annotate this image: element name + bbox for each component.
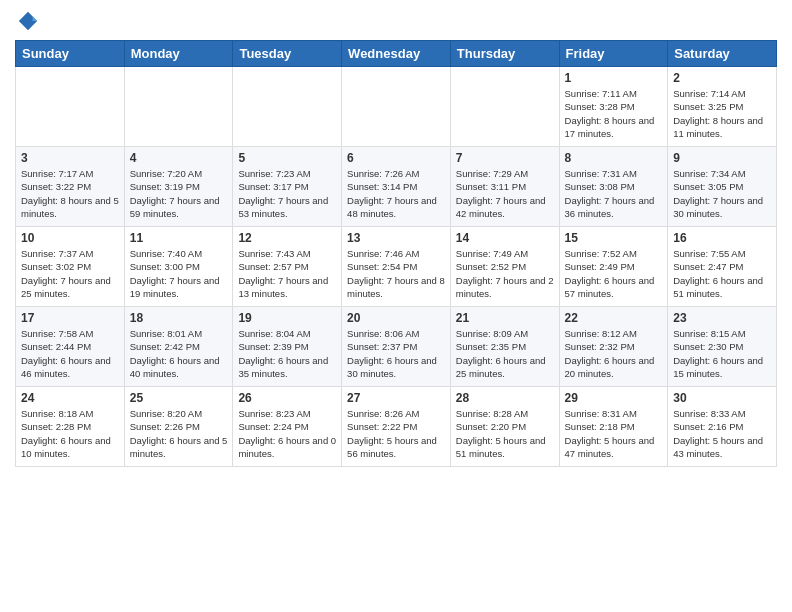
day-info: Sunrise: 8:04 AM Sunset: 2:39 PM Dayligh… (238, 327, 336, 380)
day-number: 21 (456, 311, 554, 325)
day-info: Sunrise: 7:55 AM Sunset: 2:47 PM Dayligh… (673, 247, 771, 300)
day-number: 20 (347, 311, 445, 325)
day-number: 18 (130, 311, 228, 325)
calendar-cell: 2Sunrise: 7:14 AM Sunset: 3:25 PM Daylig… (668, 67, 777, 147)
day-number: 19 (238, 311, 336, 325)
calendar-cell (450, 67, 559, 147)
calendar-cell: 3Sunrise: 7:17 AM Sunset: 3:22 PM Daylig… (16, 147, 125, 227)
calendar-cell: 8Sunrise: 7:31 AM Sunset: 3:08 PM Daylig… (559, 147, 668, 227)
day-number: 16 (673, 231, 771, 245)
weekday-header-row: SundayMondayTuesdayWednesdayThursdayFrid… (16, 41, 777, 67)
day-info: Sunrise: 8:28 AM Sunset: 2:20 PM Dayligh… (456, 407, 554, 460)
day-number: 25 (130, 391, 228, 405)
day-number: 11 (130, 231, 228, 245)
day-info: Sunrise: 8:31 AM Sunset: 2:18 PM Dayligh… (565, 407, 663, 460)
calendar-table: SundayMondayTuesdayWednesdayThursdayFrid… (15, 40, 777, 467)
day-number: 28 (456, 391, 554, 405)
day-number: 23 (673, 311, 771, 325)
day-number: 3 (21, 151, 119, 165)
day-number: 30 (673, 391, 771, 405)
logo-text (15, 10, 39, 32)
day-info: Sunrise: 7:17 AM Sunset: 3:22 PM Dayligh… (21, 167, 119, 220)
day-info: Sunrise: 7:23 AM Sunset: 3:17 PM Dayligh… (238, 167, 336, 220)
calendar-cell: 24Sunrise: 8:18 AM Sunset: 2:28 PM Dayli… (16, 387, 125, 467)
day-info: Sunrise: 7:26 AM Sunset: 3:14 PM Dayligh… (347, 167, 445, 220)
calendar-cell: 26Sunrise: 8:23 AM Sunset: 2:24 PM Dayli… (233, 387, 342, 467)
day-number: 29 (565, 391, 663, 405)
week-row-1: 1Sunrise: 7:11 AM Sunset: 3:28 PM Daylig… (16, 67, 777, 147)
calendar-cell: 9Sunrise: 7:34 AM Sunset: 3:05 PM Daylig… (668, 147, 777, 227)
day-number: 9 (673, 151, 771, 165)
day-number: 15 (565, 231, 663, 245)
day-info: Sunrise: 8:15 AM Sunset: 2:30 PM Dayligh… (673, 327, 771, 380)
day-info: Sunrise: 7:37 AM Sunset: 3:02 PM Dayligh… (21, 247, 119, 300)
day-number: 22 (565, 311, 663, 325)
calendar-cell: 15Sunrise: 7:52 AM Sunset: 2:49 PM Dayli… (559, 227, 668, 307)
calendar-cell: 20Sunrise: 8:06 AM Sunset: 2:37 PM Dayli… (342, 307, 451, 387)
day-info: Sunrise: 7:49 AM Sunset: 2:52 PM Dayligh… (456, 247, 554, 300)
calendar-cell: 4Sunrise: 7:20 AM Sunset: 3:19 PM Daylig… (124, 147, 233, 227)
header (15, 10, 777, 32)
calendar-cell: 28Sunrise: 8:28 AM Sunset: 2:20 PM Dayli… (450, 387, 559, 467)
day-number: 7 (456, 151, 554, 165)
logo (15, 10, 39, 32)
day-info: Sunrise: 8:20 AM Sunset: 2:26 PM Dayligh… (130, 407, 228, 460)
calendar-cell: 10Sunrise: 7:37 AM Sunset: 3:02 PM Dayli… (16, 227, 125, 307)
weekday-header-wednesday: Wednesday (342, 41, 451, 67)
calendar-cell: 30Sunrise: 8:33 AM Sunset: 2:16 PM Dayli… (668, 387, 777, 467)
weekday-header-monday: Monday (124, 41, 233, 67)
calendar-cell: 27Sunrise: 8:26 AM Sunset: 2:22 PM Dayli… (342, 387, 451, 467)
calendar-cell: 22Sunrise: 8:12 AM Sunset: 2:32 PM Dayli… (559, 307, 668, 387)
day-info: Sunrise: 8:26 AM Sunset: 2:22 PM Dayligh… (347, 407, 445, 460)
day-info: Sunrise: 7:29 AM Sunset: 3:11 PM Dayligh… (456, 167, 554, 220)
day-info: Sunrise: 7:52 AM Sunset: 2:49 PM Dayligh… (565, 247, 663, 300)
day-number: 17 (21, 311, 119, 325)
day-info: Sunrise: 8:09 AM Sunset: 2:35 PM Dayligh… (456, 327, 554, 380)
day-number: 13 (347, 231, 445, 245)
calendar-cell: 12Sunrise: 7:43 AM Sunset: 2:57 PM Dayli… (233, 227, 342, 307)
calendar-cell (124, 67, 233, 147)
calendar-cell: 6Sunrise: 7:26 AM Sunset: 3:14 PM Daylig… (342, 147, 451, 227)
calendar-cell: 5Sunrise: 7:23 AM Sunset: 3:17 PM Daylig… (233, 147, 342, 227)
day-info: Sunrise: 8:06 AM Sunset: 2:37 PM Dayligh… (347, 327, 445, 380)
week-row-5: 24Sunrise: 8:18 AM Sunset: 2:28 PM Dayli… (16, 387, 777, 467)
weekday-header-saturday: Saturday (668, 41, 777, 67)
weekday-header-friday: Friday (559, 41, 668, 67)
calendar-cell: 29Sunrise: 8:31 AM Sunset: 2:18 PM Dayli… (559, 387, 668, 467)
day-number: 26 (238, 391, 336, 405)
day-number: 14 (456, 231, 554, 245)
calendar-cell: 21Sunrise: 8:09 AM Sunset: 2:35 PM Dayli… (450, 307, 559, 387)
day-info: Sunrise: 7:40 AM Sunset: 3:00 PM Dayligh… (130, 247, 228, 300)
weekday-header-thursday: Thursday (450, 41, 559, 67)
day-number: 24 (21, 391, 119, 405)
calendar-cell: 17Sunrise: 7:58 AM Sunset: 2:44 PM Dayli… (16, 307, 125, 387)
calendar-cell: 13Sunrise: 7:46 AM Sunset: 2:54 PM Dayli… (342, 227, 451, 307)
day-number: 27 (347, 391, 445, 405)
calendar-cell (233, 67, 342, 147)
day-info: Sunrise: 8:33 AM Sunset: 2:16 PM Dayligh… (673, 407, 771, 460)
day-number: 10 (21, 231, 119, 245)
calendar-cell (16, 67, 125, 147)
day-info: Sunrise: 8:01 AM Sunset: 2:42 PM Dayligh… (130, 327, 228, 380)
day-info: Sunrise: 8:18 AM Sunset: 2:28 PM Dayligh… (21, 407, 119, 460)
calendar-cell: 11Sunrise: 7:40 AM Sunset: 3:00 PM Dayli… (124, 227, 233, 307)
calendar-cell: 23Sunrise: 8:15 AM Sunset: 2:30 PM Dayli… (668, 307, 777, 387)
week-row-3: 10Sunrise: 7:37 AM Sunset: 3:02 PM Dayli… (16, 227, 777, 307)
day-info: Sunrise: 8:23 AM Sunset: 2:24 PM Dayligh… (238, 407, 336, 460)
day-info: Sunrise: 7:20 AM Sunset: 3:19 PM Dayligh… (130, 167, 228, 220)
day-number: 4 (130, 151, 228, 165)
calendar-cell: 1Sunrise: 7:11 AM Sunset: 3:28 PM Daylig… (559, 67, 668, 147)
page: SundayMondayTuesdayWednesdayThursdayFrid… (0, 0, 792, 612)
calendar-cell (342, 67, 451, 147)
day-info: Sunrise: 8:12 AM Sunset: 2:32 PM Dayligh… (565, 327, 663, 380)
weekday-header-sunday: Sunday (16, 41, 125, 67)
day-info: Sunrise: 7:14 AM Sunset: 3:25 PM Dayligh… (673, 87, 771, 140)
calendar-cell: 25Sunrise: 8:20 AM Sunset: 2:26 PM Dayli… (124, 387, 233, 467)
day-number: 12 (238, 231, 336, 245)
week-row-2: 3Sunrise: 7:17 AM Sunset: 3:22 PM Daylig… (16, 147, 777, 227)
day-number: 5 (238, 151, 336, 165)
weekday-header-tuesday: Tuesday (233, 41, 342, 67)
calendar-cell: 18Sunrise: 8:01 AM Sunset: 2:42 PM Dayli… (124, 307, 233, 387)
calendar-cell: 7Sunrise: 7:29 AM Sunset: 3:11 PM Daylig… (450, 147, 559, 227)
day-info: Sunrise: 7:46 AM Sunset: 2:54 PM Dayligh… (347, 247, 445, 300)
